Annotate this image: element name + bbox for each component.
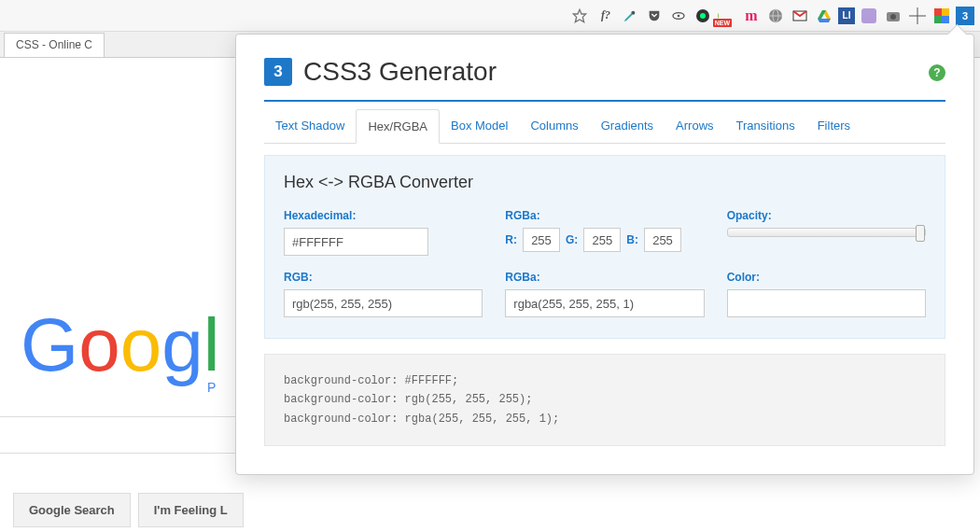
svg-rect-20 [934, 16, 942, 23]
rgba-label: RGBa: [505, 271, 704, 284]
google-lucky-button[interactable]: I'm Feeling L [138, 493, 244, 527]
rgba-channels-label: RGBa: [505, 209, 704, 222]
extension-popup: 3 CSS3 Generator ? Text Shadow Hex/RGBA … [235, 34, 974, 475]
tab-text-shadow[interactable]: Text Shadow [264, 109, 356, 143]
popup-title: CSS3 Generator [303, 57, 497, 87]
tab-box-model[interactable]: Box Model [440, 109, 519, 143]
gmail-ext-icon[interactable] [790, 6, 810, 26]
eyedropper-ext-icon[interactable] [620, 6, 640, 26]
nav-tabs: Text Shadow Hex/RGBA Box Model Columns G… [264, 109, 945, 144]
new-badge: NEW [713, 19, 732, 27]
svg-marker-0 [573, 9, 585, 21]
b-input[interactable] [644, 228, 681, 252]
opacity-label: Opacity: [727, 209, 926, 222]
tab-arrows[interactable]: Arrows [665, 109, 724, 143]
drive-ext-icon[interactable] [814, 6, 834, 26]
rgb-input[interactable] [284, 289, 483, 317]
tab-hex-rgba[interactable]: Hex/RGBA [356, 109, 440, 144]
svg-rect-21 [942, 16, 949, 23]
svg-point-5 [700, 13, 706, 19]
help-icon[interactable]: ? [929, 64, 945, 81]
font-ext-icon[interactable]: f? [595, 6, 616, 26]
tab-transitions[interactable]: Transitions [725, 109, 806, 143]
pinterest-ext-icon[interactable]: m [741, 6, 762, 26]
globe-ext-icon[interactable] [765, 6, 786, 26]
rgb-label: RGB: [284, 271, 483, 284]
color-label: Color: [727, 271, 926, 284]
google-logo: G o o g l [21, 308, 220, 383]
b-label: B: [626, 233, 638, 246]
li-ext-icon[interactable]: LI [838, 7, 855, 24]
hex-label: Hexadecimal: [284, 209, 483, 222]
browser-toolbar: f? NEW m LI 3 [0, 0, 980, 32]
camera-ext-icon[interactable] [883, 6, 903, 26]
opacity-slider-handle[interactable] [916, 225, 925, 242]
browser-tab[interactable]: CSS - Online C [4, 33, 105, 57]
circle-ext-icon[interactable] [693, 6, 713, 26]
tab-gradients[interactable]: Gradients [590, 109, 665, 143]
svg-marker-12 [818, 19, 831, 22]
g-label: G: [566, 233, 578, 246]
google-ext-icon[interactable] [931, 6, 952, 26]
crosshair-ext-icon[interactable] [907, 6, 928, 26]
svg-rect-18 [934, 8, 942, 16]
bookmark-star-icon[interactable] [571, 7, 588, 24]
svg-point-15 [890, 14, 896, 20]
tab-columns[interactable]: Columns [519, 109, 589, 143]
svg-rect-19 [942, 8, 949, 16]
purple-ext-icon[interactable] [859, 6, 879, 26]
svg-point-3 [678, 14, 680, 17]
code-output[interactable]: background-color: #FFFFFF; background-co… [264, 354, 945, 446]
svg-point-1 [631, 10, 635, 14]
green-ext-icon[interactable]: NEW [717, 6, 737, 26]
r-input[interactable] [523, 228, 560, 252]
pocket-ext-icon[interactable] [644, 6, 665, 26]
converter-panel: Hex <-> RGBA Converter Hexadecimal: RGBa… [264, 155, 945, 339]
eye-ext-icon[interactable] [668, 6, 689, 26]
google-sublabel: P [207, 380, 216, 395]
r-label: R: [505, 233, 517, 246]
rgba-input[interactable] [505, 289, 704, 317]
svg-rect-13 [861, 8, 876, 23]
color-swatch [727, 289, 926, 317]
hex-input[interactable] [284, 228, 428, 256]
css3-logo-icon: 3 [264, 58, 292, 86]
google-search-button[interactable]: Google Search [13, 493, 131, 527]
converter-title: Hex <-> RGBA Converter [284, 173, 926, 192]
opacity-slider[interactable] [727, 228, 926, 237]
css3-ext-icon[interactable]: 3 [956, 7, 974, 25]
tab-filters[interactable]: Filters [806, 109, 861, 143]
g-input[interactable] [583, 228, 621, 252]
popup-header: 3 CSS3 Generator ? [264, 57, 945, 102]
